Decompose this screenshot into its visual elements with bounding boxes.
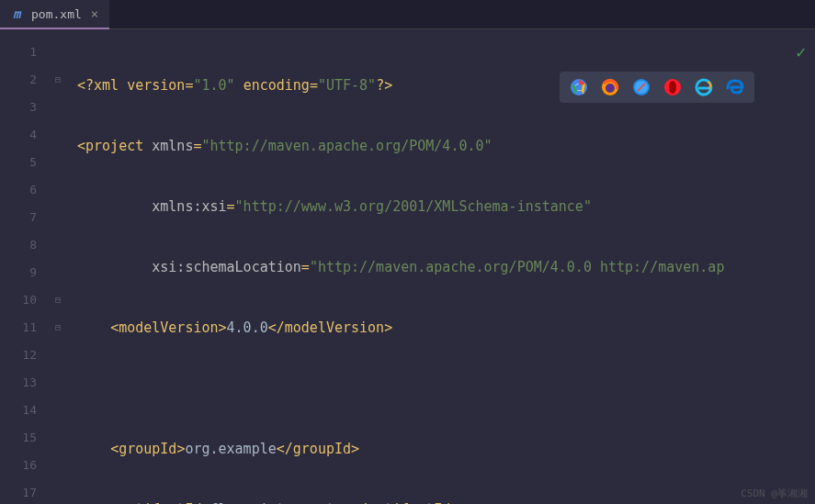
- browser-preview-bar: [560, 72, 754, 103]
- fold-column: ⊟ ⊟ ⊟: [53, 29, 70, 504]
- watermark: CSDN @筝湘湘: [741, 487, 808, 500]
- line-number: 17: [0, 479, 53, 504]
- svg-point-9: [669, 81, 676, 94]
- line-number: 9: [0, 259, 53, 286]
- line-number: 1: [0, 39, 53, 66]
- line-number: 11: [0, 314, 53, 342]
- code-line: <modelVersion>4.0.0</modelVersion>: [70, 314, 815, 342]
- code-line: xsi:schemaLocation="http://maven.apache.…: [70, 253, 815, 281]
- validation-ok-icon[interactable]: ✓: [796, 42, 806, 62]
- safari-icon[interactable]: [631, 77, 651, 97]
- line-number: 4: [0, 121, 53, 149]
- file-tab-pom[interactable]: m pom.xml ×: [0, 0, 109, 29]
- line-number: 13: [0, 369, 53, 397]
- line-number: 6: [0, 176, 53, 204]
- svg-point-5: [606, 84, 615, 93]
- fold-icon[interactable]: ⊟: [55, 286, 61, 314]
- opera-icon[interactable]: [662, 77, 683, 97]
- code-line: <groupId>org.example</groupId>: [70, 435, 815, 463]
- ie-icon[interactable]: [694, 77, 714, 97]
- line-number: 12: [0, 342, 53, 369]
- fold-icon[interactable]: ⊟: [55, 66, 61, 94]
- code-line: <project xmlns="http://maven.apache.org/…: [70, 132, 815, 160]
- line-number: 3: [0, 94, 53, 121]
- svg-text:m: m: [13, 6, 22, 21]
- edge-icon[interactable]: [725, 77, 745, 97]
- line-number: 5: [0, 149, 53, 176]
- line-number: 8: [0, 231, 53, 259]
- code-line: xmlns:xsi="http://www.w3.org/2001/XMLSch…: [70, 193, 815, 220]
- svg-point-3: [576, 84, 583, 91]
- line-number: 16: [0, 452, 53, 479]
- firefox-icon[interactable]: [600, 77, 620, 97]
- close-icon[interactable]: ×: [91, 6, 98, 21]
- chrome-icon[interactable]: [569, 77, 589, 97]
- code-line: [70, 375, 815, 402]
- tab-bar: m pom.xml ×: [0, 0, 815, 29]
- code-line: <artifactId>flume-interceptor</artifactI…: [70, 496, 815, 504]
- scrollbar[interactable]: [802, 29, 815, 504]
- maven-icon: m: [11, 6, 26, 21]
- line-number: 14: [0, 397, 53, 424]
- line-number: 7: [0, 204, 53, 231]
- tab-label: pom.xml: [31, 7, 82, 21]
- line-gutter: 1 2 3 4 5 6 7 8 9 10 11 12 13 14 15 16 1…: [0, 29, 53, 504]
- line-number: 10: [0, 286, 53, 314]
- editor[interactable]: 1 2 3 4 5 6 7 8 9 10 11 12 13 14 15 16 1…: [0, 29, 815, 504]
- fold-icon[interactable]: ⊟: [55, 314, 61, 342]
- line-number: 15: [0, 424, 53, 452]
- line-number: 2: [0, 66, 53, 94]
